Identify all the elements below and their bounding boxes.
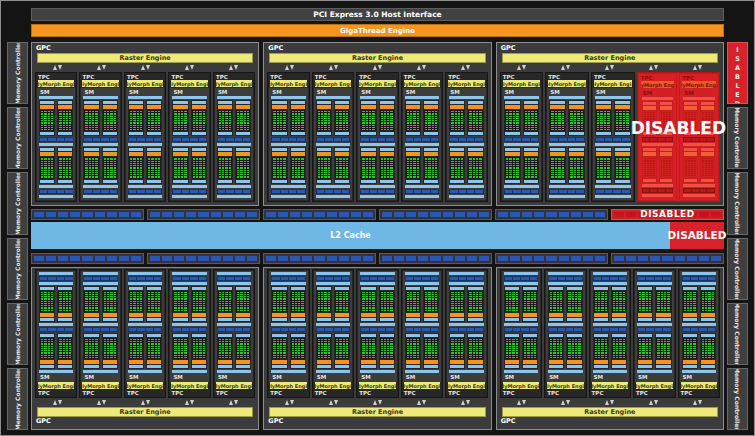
- core-cell: [469, 355, 471, 356]
- core-cell: [534, 305, 536, 306]
- core-cell: [469, 170, 471, 171]
- core-cell: [381, 310, 383, 311]
- core-cell: [425, 111, 427, 112]
- core-cell: [41, 310, 43, 311]
- tpc: TPCPolyMorph EngineSM: [545, 72, 589, 202]
- core-cell: [95, 339, 97, 340]
- orange-bar: [424, 360, 438, 364]
- orange-bar: [549, 313, 563, 317]
- core-cell: [199, 116, 201, 117]
- core-cell: [343, 305, 345, 306]
- core-cell: [89, 127, 91, 128]
- core-cell: [301, 343, 303, 344]
- core-cell: [295, 158, 297, 159]
- core-cell: [390, 167, 392, 168]
- core-cell: [247, 303, 249, 304]
- light-blue-bar: [83, 282, 117, 285]
- core-cell: [41, 176, 43, 177]
- core-cell: [48, 163, 50, 164]
- core-cell: [509, 296, 511, 297]
- core-cell: [473, 129, 475, 130]
- core-cell: [66, 341, 68, 342]
- core-cell: [63, 176, 65, 177]
- core-cell: [458, 357, 460, 358]
- core-cell: [184, 118, 186, 119]
- core-cell: [151, 172, 153, 173]
- core-cell: [63, 113, 65, 114]
- dark-blue-segment: [431, 190, 438, 193]
- core-cell: [702, 348, 704, 349]
- core-cell: [578, 350, 580, 351]
- orange-bar: [84, 152, 98, 156]
- core-cell: [328, 341, 330, 342]
- core-cell: [69, 294, 71, 295]
- core-cell: [476, 339, 478, 340]
- sm-partition: [316, 147, 332, 183]
- core-cell: [476, 165, 478, 166]
- core-cell: [476, 294, 478, 295]
- core-cell: [516, 346, 518, 347]
- core-cell: [525, 163, 527, 164]
- core-cell: [328, 294, 330, 295]
- core-cell: [413, 343, 415, 344]
- core-cell: [328, 350, 330, 351]
- core-cell: [693, 352, 695, 353]
- up-arrow-icon: [329, 65, 333, 70]
- core-cell: [604, 165, 606, 166]
- core-cell: [280, 161, 282, 162]
- core-cell: [137, 292, 139, 293]
- core-cell: [369, 120, 371, 121]
- rop-segment: [211, 212, 221, 217]
- core-cell: [324, 113, 326, 114]
- dark-blue-bar: [549, 189, 585, 194]
- core-grid: [596, 110, 611, 131]
- core-cell: [155, 341, 157, 342]
- core-cell: [107, 174, 109, 175]
- dark-blue-segment: [190, 328, 197, 331]
- light-blue-bar: [173, 148, 187, 151]
- core-cell: [114, 158, 116, 159]
- core-cell: [551, 122, 553, 123]
- core-cell: [184, 301, 186, 302]
- dark-blue-bar: [217, 189, 251, 194]
- core-cell: [613, 357, 615, 358]
- core-cell: [387, 294, 389, 295]
- core-cell: [407, 292, 409, 293]
- core-cell: [712, 352, 714, 353]
- sm-block: SM: [37, 88, 75, 200]
- core-cell: [225, 294, 227, 295]
- light-blue-bar: [504, 282, 538, 285]
- core-cell: [140, 343, 142, 344]
- core-cell: [372, 165, 374, 166]
- core-cell: [51, 352, 53, 353]
- dark-blue-segment: [182, 138, 189, 141]
- core-cell: [381, 341, 383, 342]
- core-cell: [664, 296, 666, 297]
- core-cell: [390, 305, 392, 306]
- dark-blue-segment: [342, 138, 349, 141]
- sm-partition: [290, 333, 306, 369]
- core-cell: [595, 352, 597, 353]
- core-cell: [407, 127, 409, 128]
- core-cell: [107, 172, 109, 173]
- dark-blue-segment: [281, 328, 288, 331]
- tpc-label: TPC: [269, 390, 307, 396]
- orange-bar: [58, 105, 72, 109]
- core-cell: [199, 172, 201, 173]
- core-cell: [199, 307, 201, 308]
- core-cell: [476, 298, 478, 299]
- light-blue-bar: [84, 148, 98, 151]
- core-cell: [613, 310, 615, 311]
- light-blue-bar: [39, 195, 73, 198]
- dark-blue-segment: [522, 138, 530, 141]
- light-blue-bar: [173, 365, 187, 368]
- core-cell: [196, 298, 198, 299]
- arrow-row: [500, 398, 720, 407]
- core-cell: [581, 165, 583, 166]
- core-cell: [562, 163, 564, 164]
- core-cell: [506, 357, 508, 358]
- core-cell: [107, 176, 109, 177]
- core-cell: [130, 170, 132, 171]
- core-cell: [657, 303, 659, 304]
- core-cell: [568, 346, 570, 347]
